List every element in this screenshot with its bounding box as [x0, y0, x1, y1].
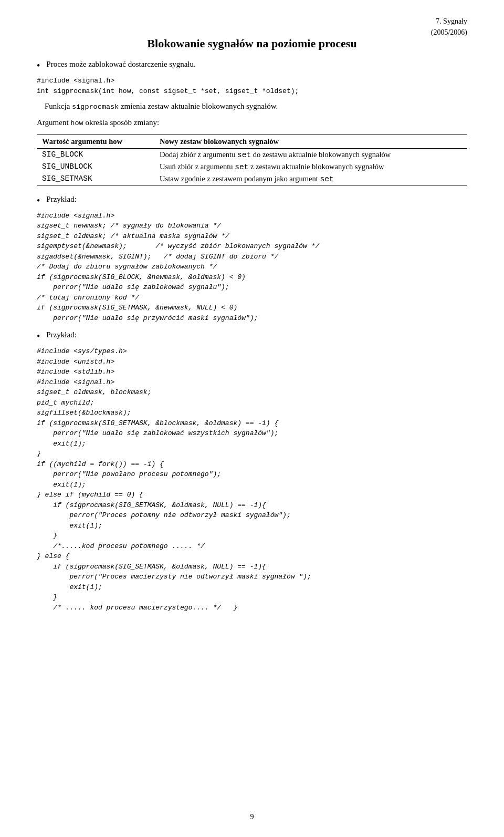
table-cell-value: SIG_UNBLOCK [37, 161, 154, 173]
table-cell-desc: Dodaj zbiór z argumentu set do zestawu a… [154, 148, 467, 161]
example2-label: Przykład: [46, 330, 77, 339]
bullet-icon-3: • [37, 331, 40, 342]
example1-label-section: • Przykład: [37, 195, 467, 206]
include-line: #include <signal.h> int sigprocmask(int … [37, 76, 467, 96]
example2-code: #include <sys/types.h> #include <unistd.… [37, 346, 467, 613]
function-desc: Funkcja sigprocmask zmienia zestaw aktua… [37, 100, 467, 112]
table-cell-desc: Ustaw zgodnie z zestawem podanym jako ar… [154, 173, 467, 185]
page-title: Blokowanie sygnałów na poziomie procesu [37, 37, 467, 50]
table-row: SIG_BLOCKDodaj zbiór z argumentu set do … [37, 148, 467, 161]
bullet-icon: • [37, 60, 40, 71]
table-cell-value: SIG_SETMASK [37, 173, 154, 185]
bullet-icon-2: • [37, 195, 40, 206]
table-row: SIG_SETMASKUstaw zgodnie z zestawem poda… [37, 173, 467, 185]
table-header-col2: Nowy zestaw blokowanych sygnałów [154, 135, 467, 148]
how-table: Wartość argumentu how Nowy zestaw blokow… [37, 135, 467, 185]
page-number: 9 [37, 813, 467, 821]
table-row: SIG_UNBLOCKUsuń zbiór z argumentu set z … [37, 161, 467, 173]
chapter-year: (2005/2006) [431, 27, 467, 38]
example1-code: #include <signal.h> sigset_t newmask; /*… [37, 211, 467, 324]
chapter-title: 7. Sygnały [431, 16, 467, 27]
table-header-col1: Wartość argumentu how [37, 135, 154, 148]
table-cell-desc: Usuń zbiór z argumentu set z zestawu akt… [154, 161, 467, 173]
header-section: 7. Sygnały (2005/2006) [431, 16, 467, 38]
example2-label-section: • Przykład: [37, 330, 467, 342]
table-cell-value: SIG_BLOCK [37, 148, 154, 161]
code-section-1: #include <signal.h> int sigprocmask(int … [37, 76, 467, 96]
example1-label: Przykład: [46, 195, 77, 204]
bullet-1: • Proces może zablokować dostarczenie sy… [37, 60, 467, 71]
argument-intro: Argument how określa sposób zmiany: [37, 117, 467, 129]
bullet-1-text: Proces może zablokować dostarczenie sygn… [46, 60, 195, 69]
